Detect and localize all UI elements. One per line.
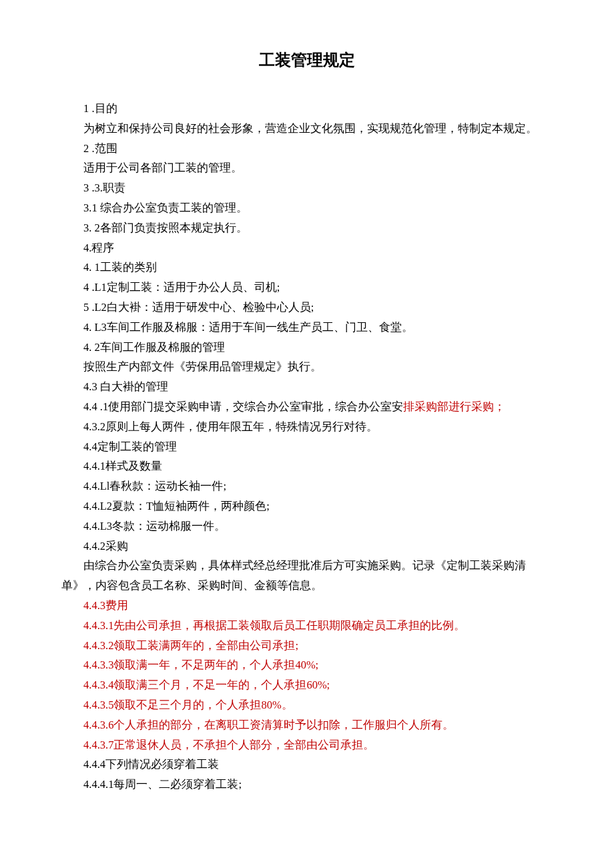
body-line: 4.4.1样式及数量 (61, 456, 553, 476)
body-line: 适用于公司各部门工装的管理。 (61, 158, 553, 178)
body-line: 4.3.2原则上每人两件，使用年限五年，特殊情况另行对待。 (61, 417, 553, 437)
body-line: 4.4.L2夏款：T恤短袖两件，两种颜色; (61, 496, 553, 516)
body-line: 4.4.Ll春秋款：运动长袖一件; (61, 476, 553, 496)
body-line: 4 .L1定制工装：适用于办公人员、司机; (61, 278, 553, 298)
body-line: 4.4 .1使用部门提交采购申请，交综合办公室审批，综合办公室安排采购部进行采购… (61, 397, 553, 417)
body-line: 3. 2各部门负责按照本规定执行。 (61, 218, 553, 238)
body-line: 4.4.3.4领取满三个月，不足一年的，个人承担60%; (61, 675, 553, 695)
body-line: 4.4.3.5领取不足三个月的，个人承担80%。 (61, 695, 553, 715)
body-line: 由综合办公室负责采购，具体样式经总经理批准后方可实施采购。记录《定制工装采购清单… (61, 556, 553, 596)
body-line: 3.1 综合办公室负责工装的管理。 (61, 198, 553, 218)
body-line: 2 .范围 (61, 139, 553, 159)
document-page: 工装管理规定 1 .目的为树立和保持公司良好的社会形象，营造企业文化氛围，实现规… (0, 0, 614, 835)
text-span: 4.4 .1使用部门提交采购申请，交综合办公室审批，综合办公室安 (83, 400, 403, 413)
body-line: 1 .目的 (61, 99, 553, 119)
text-span: 排采购部进行采购； (403, 400, 505, 413)
body-line: 4.4.3.7正常退休人员，不承担个人部分，全部由公司承担。 (61, 735, 553, 755)
body-line: 4.4.L3冬款：运动棉服一件。 (61, 516, 553, 536)
body-line: 4.4.3费用 (61, 596, 553, 616)
body-line: 3 .3.职责 (61, 178, 553, 198)
document-title: 工装管理规定 (61, 49, 553, 71)
body-line: 4.4.3.2领取工装满两年的，全部由公司承担; (61, 636, 553, 656)
body-line: 4.4.4下列情况必须穿着工装 (61, 755, 553, 775)
body-line: 4.4定制工装的管理 (61, 437, 553, 457)
body-line: 4.4.3.1先由公司承担，再根据工装领取后员工任职期限确定员工承担的比例。 (61, 616, 553, 636)
body-line: 4.4.3.3领取满一年，不足两年的，个人承担40%; (61, 655, 553, 675)
body-line: 4.4.4.1每周一、二必须穿着工装; (61, 775, 553, 795)
body-line: 5 .L2白大褂：适用于研发中心、检验中心人员; (61, 298, 553, 318)
body-line: 按照生产内部文件《劳保用品管理规定》执行。 (61, 357, 553, 377)
body-line: 4.4.2采购 (61, 536, 553, 556)
body-line: 4.4.3.6个人承担的部分，在离职工资清算时予以扣除，工作服归个人所有。 (61, 715, 553, 735)
body-line: 4.程序 (61, 238, 553, 258)
body-line: 4.3 白大褂的管理 (61, 377, 553, 397)
body-line: 4. 2车间工作服及棉服的管理 (61, 338, 553, 358)
body-line: 为树立和保持公司良好的社会形象，营造企业文化氛围，实现规范化管理，特制定本规定。 (61, 119, 553, 139)
body-line: 4. 1工装的类别 (61, 258, 553, 278)
document-body: 1 .目的为树立和保持公司良好的社会形象，营造企业文化氛围，实现规范化管理，特制… (61, 99, 553, 795)
body-line: 4. L3车间工作服及棉服：适用于车间一线生产员工、门卫、食堂。 (61, 318, 553, 338)
